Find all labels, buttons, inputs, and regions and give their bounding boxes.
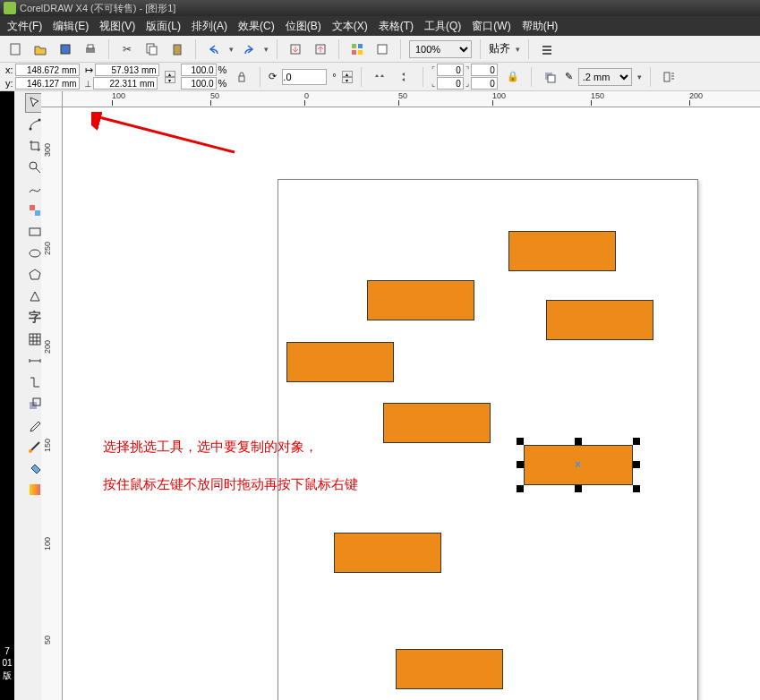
ruler-tick: 100 xyxy=(112,91,125,100)
menu-effects[interactable]: 效果(C) xyxy=(238,19,275,34)
rect-8[interactable] xyxy=(396,649,503,689)
svg-rect-16 xyxy=(542,53,551,55)
menu-text[interactable]: 文本(X) xyxy=(332,19,368,34)
open-icon[interactable] xyxy=(30,39,50,59)
import-icon[interactable] xyxy=(286,39,305,59)
corners-lock-icon[interactable]: 🔒 xyxy=(503,67,523,87)
save-icon[interactable] xyxy=(56,39,75,59)
menu-arrange[interactable]: 排列(A) xyxy=(192,19,227,34)
menu-layout[interactable]: 版面(L) xyxy=(146,19,181,34)
handle-tl[interactable] xyxy=(517,438,524,445)
redo-dropdown-icon[interactable]: ▾ xyxy=(264,45,269,54)
menu-tools[interactable]: 工具(Q) xyxy=(424,19,461,34)
corner-bl-icon: ⌞ xyxy=(431,79,435,88)
handle-ml[interactable] xyxy=(517,461,524,468)
to-front-icon[interactable] xyxy=(540,67,559,87)
handle-bm[interactable] xyxy=(575,485,582,492)
x-input[interactable] xyxy=(15,64,80,76)
window-title: CorelDRAW X4 (不可转售) - [图形1] xyxy=(20,2,175,15)
outline-dropdown-icon[interactable]: ▾ xyxy=(637,73,642,81)
size-spin-down[interactable]: ▾ xyxy=(165,77,175,83)
handle-bl[interactable] xyxy=(517,485,524,492)
ruler-tick: 50 xyxy=(398,91,407,100)
svg-rect-13 xyxy=(378,45,387,54)
menu-help[interactable]: 帮助(H) xyxy=(522,19,559,34)
handle-tm[interactable] xyxy=(575,438,582,445)
corner-tl-input[interactable] xyxy=(437,64,464,76)
handle-br[interactable] xyxy=(633,485,640,492)
ruler-tick: 200 xyxy=(43,340,52,354)
ruler-tick: 50 xyxy=(43,636,52,645)
snap-label[interactable]: 贴齐 xyxy=(489,41,510,56)
angle-spin-up[interactable]: ▴ xyxy=(342,71,353,77)
menu-bitmap[interactable]: 位图(B) xyxy=(286,19,321,34)
new-icon[interactable] xyxy=(5,39,25,59)
print-icon[interactable] xyxy=(81,39,100,59)
y-label: y: xyxy=(5,78,13,89)
menu-view[interactable]: 视图(V) xyxy=(99,19,135,34)
zoom-select[interactable]: 100% xyxy=(409,40,472,58)
rect-7[interactable] xyxy=(334,533,441,573)
ruler-tick: 100 xyxy=(492,91,506,100)
rect-1[interactable] xyxy=(508,231,616,271)
height-input[interactable] xyxy=(93,77,158,90)
cut-icon[interactable]: ✂ xyxy=(117,39,137,59)
menu-table[interactable]: 表格(T) xyxy=(379,19,414,34)
wrap-text-icon[interactable] xyxy=(659,67,679,87)
options-icon[interactable] xyxy=(537,39,557,59)
scale-x-input[interactable] xyxy=(181,64,217,76)
svg-rect-12 xyxy=(358,50,363,55)
canvas[interactable]: × 选择挑选工具，选中要复制的对象， 按住鼠标左键不放同时拖动再按下鼠标右键 xyxy=(63,107,760,700)
svg-point-21 xyxy=(29,128,31,131)
undo-dropdown-icon[interactable]: ▾ xyxy=(229,45,234,54)
ruler-tick: 100 xyxy=(43,537,52,551)
ruler-tick: 50 xyxy=(210,91,219,100)
ruler-tick: 300 xyxy=(43,143,52,157)
mirror-h-icon[interactable] xyxy=(370,67,389,87)
app-logo-icon xyxy=(4,2,16,14)
handle-tr[interactable] xyxy=(633,438,640,445)
svg-point-23 xyxy=(30,162,37,169)
selection-center-icon: × xyxy=(575,458,581,471)
menu-edit[interactable]: 编辑(E) xyxy=(53,19,89,34)
handle-mr[interactable] xyxy=(633,461,640,468)
ruler-tick: 150 xyxy=(43,439,52,452)
annotation-line-2: 按住鼠标左键不放同时拖动再按下鼠标右键 xyxy=(103,476,358,493)
rect-4[interactable] xyxy=(286,342,394,382)
paste-icon[interactable] xyxy=(167,39,187,59)
scale-y-input[interactable] xyxy=(181,77,217,90)
app-launcher-icon[interactable] xyxy=(347,39,367,59)
ruler-tick: 150 xyxy=(591,91,604,100)
rect-5[interactable] xyxy=(383,403,491,443)
svg-rect-20 xyxy=(664,73,670,81)
copy-icon[interactable] xyxy=(142,39,162,59)
undo-icon[interactable] xyxy=(204,39,224,59)
welcome-icon[interactable] xyxy=(372,39,392,59)
menubar: 文件(F) 编辑(E) 视图(V) 版面(L) 排列(A) 效果(C) 位图(B… xyxy=(0,16,760,36)
ruler-tick: 0 xyxy=(304,91,309,100)
pct-label: % xyxy=(218,64,227,75)
corner-bl-input[interactable] xyxy=(437,77,464,90)
snap-dropdown-icon[interactable]: ▾ xyxy=(516,45,520,54)
svg-point-22 xyxy=(38,119,40,122)
y-input[interactable] xyxy=(15,77,80,90)
ruler-corner xyxy=(41,91,63,107)
svg-rect-14 xyxy=(542,46,551,47)
outline-width-select[interactable]: .2 mm xyxy=(578,68,632,86)
width-input[interactable] xyxy=(95,64,159,76)
menu-file[interactable]: 文件(F) xyxy=(7,19,42,34)
lock-ratio-icon[interactable] xyxy=(232,67,252,87)
corner-br-input[interactable] xyxy=(471,77,498,90)
angle-spin-down[interactable]: ▾ xyxy=(342,77,353,83)
export-icon[interactable] xyxy=(311,39,330,59)
size-spin-up[interactable]: ▴ xyxy=(165,71,175,77)
menu-window[interactable]: 窗口(W) xyxy=(472,19,510,34)
rect-2[interactable] xyxy=(367,280,474,320)
ruler-tick: 200 xyxy=(689,91,703,100)
angle-input[interactable] xyxy=(282,69,327,85)
rect-3[interactable] xyxy=(546,300,653,340)
outline-pen-icon: ✎ xyxy=(565,71,573,82)
corner-tr-input[interactable] xyxy=(471,64,498,76)
mirror-v-icon[interactable] xyxy=(395,67,414,87)
redo-icon[interactable] xyxy=(239,39,259,59)
